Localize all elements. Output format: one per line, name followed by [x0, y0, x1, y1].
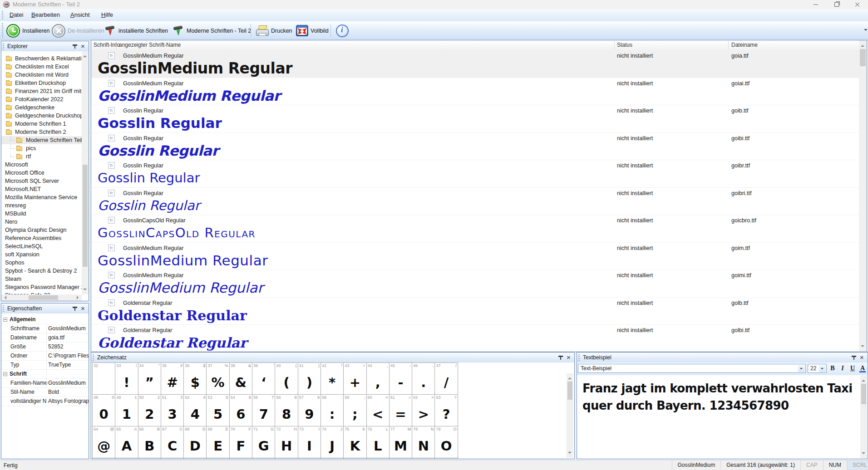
scroll-down-icon[interactable] — [568, 452, 572, 455]
explorer-tree-item[interactable]: rtf — [1, 152, 82, 161]
explorer-tree-item[interactable]: MSBuild — [1, 210, 82, 218]
font-row[interactable]: GosslinMedium Regular nicht installiert … — [91, 50, 859, 78]
scrollbar-thumb[interactable] — [860, 49, 866, 66]
charset-cell[interactable]: 80 P P — [93, 458, 115, 459]
charset-cell[interactable]: 79 O O — [435, 426, 458, 458]
charset-cell[interactable]: 32 — [93, 363, 115, 395]
charset-cell[interactable]: 62 > > — [412, 395, 435, 426]
charset-cell[interactable]: 38 & & — [230, 363, 252, 395]
charset-vertical-scrollbar[interactable] — [567, 373, 573, 458]
scroll-up-icon[interactable] — [862, 378, 865, 382]
installed-fonts-button[interactable]: installierte Schriften — [104, 23, 170, 38]
collapse-icon[interactable] — [3, 372, 7, 376]
charset-cell[interactable]: 50 2 2 — [138, 395, 161, 426]
charset-cell[interactable]: 75 K K — [344, 426, 366, 458]
chevron-down-icon[interactable] — [798, 365, 805, 372]
charset-cell[interactable]: 70 F F — [230, 426, 252, 458]
pin-icon[interactable] — [71, 43, 78, 50]
charset-cell[interactable]: 92 \ \ — [367, 458, 390, 459]
scrollbar-thumb[interactable] — [29, 295, 58, 300]
scroll-down-icon[interactable] — [861, 345, 864, 349]
explorer-tree-item[interactable]: Steam — [1, 275, 82, 283]
scroll-down-icon[interactable] — [862, 452, 865, 456]
scroll-up-icon[interactable] — [861, 43, 864, 47]
font-row[interactable]: Gosslin Regular nicht installiert goibi.… — [91, 133, 859, 161]
explorer-tree-item[interactable]: Steganos Password Manager 22 — [1, 283, 82, 291]
close-icon[interactable] — [565, 354, 572, 361]
explorer-tree-item[interactable]: Checklisten mit Excel — [1, 63, 82, 71]
minimize-button[interactable] — [805, 0, 826, 9]
explorer-tree-item[interactable]: Geldgeschenke — [1, 103, 82, 112]
scrollbar-thumb[interactable] — [83, 165, 88, 267]
charset-cell[interactable]: 76 L L — [367, 426, 390, 458]
menu-datei[interactable]: Datei — [5, 9, 27, 21]
charset-cell[interactable]: 65 A A — [115, 426, 138, 458]
charset-cell[interactable]: 93 ] ] — [390, 458, 412, 459]
charset-cell[interactable]: 55 7 7 — [252, 395, 275, 426]
property-row[interactable]: Stil-Name Bold — [1, 388, 89, 397]
charset-cell[interactable]: 77 M M — [390, 426, 412, 458]
explorer-tree-item[interactable]: Microsoft — [1, 161, 82, 169]
charset-cell[interactable]: 34 " ” — [138, 363, 161, 395]
charset-cell[interactable]: 86 V V — [230, 458, 252, 459]
scrollbar-thumb[interactable] — [861, 384, 866, 404]
charset-cell[interactable]: 41 ) ) — [298, 363, 321, 395]
charset-cell[interactable]: 87 W W — [252, 458, 275, 459]
explorer-tree-item[interactable]: Checklisten mit Word — [1, 71, 82, 79]
charset-cell[interactable]: 83 S S — [161, 458, 184, 459]
pin-icon[interactable] — [71, 305, 78, 312]
charset-cell[interactable]: 84 T T — [184, 458, 207, 459]
scroll-up-icon[interactable] — [568, 376, 572, 379]
explorer-tree-item[interactable]: Microsoft SQL Server — [1, 177, 82, 185]
menu-bearbeiten[interactable]: Bearbeiten — [27, 9, 64, 21]
charset-cell[interactable]: 63 ? ? — [435, 395, 458, 426]
column-separator[interactable] — [614, 41, 615, 49]
font-row[interactable]: GosslinMedium Regular nicht installiert … — [91, 270, 859, 298]
explorer-vertical-scrollbar[interactable] — [82, 51, 89, 294]
toolbar-grip[interactable] — [2, 11, 3, 20]
charset-cell[interactable]: 90 Z Z — [321, 458, 344, 459]
charset-cell[interactable]: 51 3 3 — [161, 395, 184, 426]
charset-cell[interactable]: 72 H H — [275, 426, 298, 458]
bold-button[interactable]: B — [829, 364, 837, 373]
property-row[interactable]: Schriftname GosslinMedium — [1, 324, 89, 333]
sample-text-area[interactable]: Franz jagt im komplett verwahrlosten Tax… — [577, 375, 868, 459]
charset-cell[interactable]: 47 / / — [435, 363, 458, 395]
font-row[interactable]: GosslinMedium Regular nicht installiert … — [91, 243, 859, 270]
explorer-tree-item[interactable]: Reference Assemblies — [1, 234, 82, 242]
scroll-up-icon[interactable] — [83, 54, 87, 57]
explorer-tree-item[interactable]: Etiketten Druckshop — [1, 79, 82, 87]
charset-cell[interactable]: 67 C C — [161, 426, 184, 458]
explorer-tree-item[interactable]: Nero — [1, 218, 82, 226]
list-vertical-scrollbar[interactable] — [859, 40, 867, 352]
charset-cell[interactable]: 48 0 0 — [93, 395, 115, 426]
explorer-tree-item[interactable]: Moderne Schriften 2 — [1, 128, 82, 136]
collapse-icon[interactable] — [3, 318, 7, 322]
column-separator[interactable] — [116, 41, 117, 49]
explorer-tree-item[interactable]: Spybot - Search & Destroy 2 — [1, 267, 82, 275]
property-row[interactable]: Ordner C:\Program Files ( — [1, 352, 89, 361]
charset-cell[interactable]: 39 ' ‘ — [252, 363, 275, 395]
charset-cell[interactable]: 71 G G — [252, 426, 275, 458]
explorer-tree-item[interactable]: Geldgeschenke Druckshop 8. — [1, 112, 82, 120]
explorer-tree-item[interactable]: Sophos — [1, 259, 82, 267]
column-schrift-name[interactable]: angezeigter Schrift-Name — [119, 42, 181, 48]
property-row[interactable]: Schrift — [1, 370, 89, 379]
charset-cell[interactable]: 49 1 1 — [115, 395, 138, 426]
toolbar-grip[interactable] — [2, 23, 3, 38]
font-color-button[interactable]: A — [858, 364, 867, 373]
charset-cell[interactable]: 46 . . — [412, 363, 435, 395]
font-row[interactable]: Gosslin Regular nicht installiert goib.t… — [91, 105, 859, 133]
explorer-tree-item[interactable]: mresreg — [1, 201, 82, 210]
charset-cell[interactable]: 78 N N — [412, 426, 435, 458]
charset-cell[interactable]: 61 = = — [390, 395, 412, 426]
charset-cell[interactable]: 91 [ [ — [344, 458, 366, 459]
maximize-button[interactable] — [826, 0, 847, 9]
explorer-tree-item[interactable]: Microsoft.NET — [1, 185, 82, 193]
charset-cell[interactable]: 37 % % — [207, 363, 229, 395]
explorer-tree-item[interactable]: Olympia Graphic Design — [1, 226, 82, 234]
charset-cell[interactable]: 64 @ @ — [93, 426, 115, 458]
explorer-horizontal-scrollbar[interactable] — [1, 294, 82, 301]
font-row[interactable]: Goldenstar Regular nicht installiert gol… — [91, 325, 859, 352]
close-icon[interactable] — [858, 354, 865, 361]
